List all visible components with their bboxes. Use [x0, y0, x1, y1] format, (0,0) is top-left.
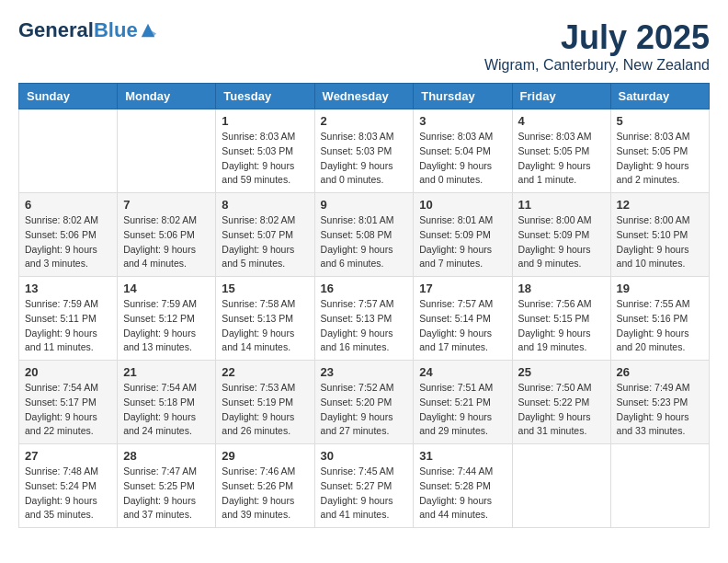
day-info: Sunrise: 8:00 AMSunset: 5:09 PMDaylight:…: [518, 213, 605, 271]
sunrise-text: Sunrise: 8:02 AM: [222, 214, 295, 225]
sunrise-text: Sunrise: 7:53 AM: [222, 382, 295, 393]
daylight-text: and 7 minutes.: [419, 258, 483, 269]
day-info: Sunrise: 8:00 AMSunset: 5:10 PMDaylight:…: [617, 213, 703, 271]
sunrise-text: Sunrise: 7:54 AM: [123, 382, 197, 393]
daylight-text: and 27 minutes.: [321, 425, 390, 436]
daylight-text: Daylight: 9 hours: [25, 327, 97, 339]
weekday-header-saturday: Saturday: [610, 84, 709, 109]
day-info: Sunrise: 7:49 AMSunset: 5:23 PMDaylight:…: [617, 381, 703, 439]
calendar-cell: [512, 444, 610, 528]
sunset-text: Sunset: 5:10 PM: [617, 229, 688, 240]
daylight-text: Daylight: 9 hours: [419, 244, 492, 255]
sunrise-text: Sunrise: 8:02 AM: [25, 214, 98, 225]
day-info: Sunrise: 8:01 AMSunset: 5:09 PMDaylight:…: [419, 213, 506, 271]
calendar-cell: 5Sunrise: 8:03 AMSunset: 5:05 PMDaylight…: [610, 109, 709, 193]
daylight-text: and 22 minutes.: [25, 425, 94, 436]
calendar-cell: 31Sunrise: 7:44 AMSunset: 5:28 PMDayligh…: [414, 444, 512, 528]
calendar-cell: [19, 109, 118, 193]
daylight-text: Daylight: 9 hours: [222, 160, 294, 171]
day-number: 4: [518, 114, 605, 128]
calendar-cell: 2Sunrise: 8:03 AMSunset: 5:03 PMDaylight…: [314, 109, 414, 193]
sunrise-text: Sunrise: 7:47 AM: [123, 465, 197, 477]
sunrise-text: Sunrise: 7:57 AM: [321, 298, 394, 309]
daylight-text: and 59 minutes.: [222, 174, 290, 185]
sunset-text: Sunset: 5:24 PM: [25, 480, 97, 491]
sunrise-text: Sunrise: 7:50 AM: [518, 382, 592, 393]
calendar-cell: 16Sunrise: 7:57 AMSunset: 5:13 PMDayligh…: [314, 277, 414, 361]
daylight-text: and 4 minutes.: [123, 258, 187, 269]
daylight-text: Daylight: 9 hours: [518, 160, 591, 171]
day-info: Sunrise: 8:02 AMSunset: 5:06 PMDaylight:…: [123, 213, 210, 271]
calendar-cell: [610, 444, 709, 528]
calendar-table: SundayMondayTuesdayWednesdayThursdayFrid…: [18, 83, 710, 528]
day-number: 14: [123, 282, 210, 295]
calendar-cell: 11Sunrise: 8:00 AMSunset: 5:09 PMDayligh…: [512, 193, 610, 277]
daylight-text: and 20 minutes.: [617, 341, 686, 352]
daylight-text: and 33 minutes.: [617, 425, 686, 436]
day-number: 25: [518, 365, 605, 379]
daylight-text: and 26 minutes.: [222, 425, 290, 436]
day-number: 21: [123, 365, 210, 379]
day-info: Sunrise: 7:54 AMSunset: 5:17 PMDaylight:…: [25, 381, 111, 439]
daylight-text: and 35 minutes.: [25, 509, 94, 520]
title-block: July 2025 Wigram, Canterbury, New Zealan…: [484, 18, 710, 74]
daylight-text: Daylight: 9 hours: [617, 244, 689, 255]
daylight-text: and 6 minutes.: [321, 258, 384, 269]
day-info: Sunrise: 7:53 AMSunset: 5:19 PMDaylight:…: [222, 381, 308, 439]
sunset-text: Sunset: 5:08 PM: [321, 229, 392, 240]
calendar-cell: 9Sunrise: 8:01 AMSunset: 5:08 PMDaylight…: [314, 193, 414, 277]
day-number: 24: [419, 365, 506, 379]
day-info: Sunrise: 8:03 AMSunset: 5:03 PMDaylight:…: [321, 130, 408, 188]
sunset-text: Sunset: 5:15 PM: [518, 313, 590, 324]
calendar-cell: [118, 109, 216, 193]
daylight-text: Daylight: 9 hours: [321, 327, 393, 339]
daylight-text: Daylight: 9 hours: [419, 327, 492, 339]
day-number: 18: [518, 282, 605, 295]
day-info: Sunrise: 7:52 AMSunset: 5:20 PMDaylight:…: [321, 381, 408, 439]
daylight-text: Daylight: 9 hours: [321, 160, 393, 171]
sunrise-text: Sunrise: 7:56 AM: [518, 298, 592, 309]
day-number: 28: [123, 449, 210, 463]
sunset-text: Sunset: 5:03 PM: [222, 145, 293, 156]
sunrise-text: Sunrise: 7:59 AM: [123, 298, 197, 309]
sunset-text: Sunset: 5:20 PM: [321, 396, 392, 408]
calendar-cell: 20Sunrise: 7:54 AMSunset: 5:17 PMDayligh…: [19, 361, 118, 444]
day-number: 11: [518, 198, 605, 212]
sunset-text: Sunset: 5:21 PM: [419, 396, 491, 408]
day-info: Sunrise: 7:50 AMSunset: 5:22 PMDaylight:…: [518, 381, 605, 439]
daylight-text: Daylight: 9 hours: [518, 244, 591, 255]
daylight-text: Daylight: 9 hours: [222, 495, 294, 506]
daylight-text: Daylight: 9 hours: [222, 411, 294, 422]
daylight-text: and 0 minutes.: [321, 174, 384, 185]
day-number: 2: [321, 114, 408, 128]
day-number: 6: [25, 198, 111, 212]
calendar-cell: 1Sunrise: 8:03 AMSunset: 5:03 PMDaylight…: [216, 109, 314, 193]
calendar-cell: 8Sunrise: 8:02 AMSunset: 5:07 PMDaylight…: [216, 193, 314, 277]
calendar-cell: 3Sunrise: 8:03 AMSunset: 5:04 PMDaylight…: [414, 109, 512, 193]
daylight-text: Daylight: 9 hours: [25, 411, 97, 422]
daylight-text: Daylight: 9 hours: [617, 411, 689, 422]
daylight-text: and 41 minutes.: [321, 509, 390, 520]
calendar-cell: 15Sunrise: 7:58 AMSunset: 5:13 PMDayligh…: [216, 277, 314, 361]
day-info: Sunrise: 7:56 AMSunset: 5:15 PMDaylight:…: [518, 297, 605, 355]
calendar-cell: 13Sunrise: 7:59 AMSunset: 5:11 PMDayligh…: [19, 277, 118, 361]
daylight-text: and 39 minutes.: [222, 509, 290, 520]
sunrise-text: Sunrise: 7:58 AM: [222, 298, 295, 309]
calendar-cell: 17Sunrise: 7:57 AMSunset: 5:14 PMDayligh…: [414, 277, 512, 361]
day-number: 8: [222, 198, 308, 212]
sunrise-text: Sunrise: 8:03 AM: [321, 131, 394, 142]
sunset-text: Sunset: 5:11 PM: [25, 313, 97, 324]
daylight-text: Daylight: 9 hours: [222, 327, 294, 339]
day-number: 19: [617, 282, 703, 295]
calendar-week-row: 6Sunrise: 8:02 AMSunset: 5:06 PMDaylight…: [19, 193, 710, 277]
calendar-cell: 14Sunrise: 7:59 AMSunset: 5:12 PMDayligh…: [118, 277, 216, 361]
sunset-text: Sunset: 5:14 PM: [419, 313, 491, 324]
logo: GeneralBlue: [18, 18, 156, 42]
calendar-cell: 26Sunrise: 7:49 AMSunset: 5:23 PMDayligh…: [610, 361, 709, 444]
sunrise-text: Sunrise: 7:45 AM: [321, 465, 394, 477]
daylight-text: Daylight: 9 hours: [518, 327, 591, 339]
day-number: 13: [25, 282, 111, 295]
day-info: Sunrise: 7:47 AMSunset: 5:25 PMDaylight:…: [123, 465, 210, 523]
day-info: Sunrise: 7:58 AMSunset: 5:13 PMDaylight:…: [222, 297, 308, 355]
daylight-text: Daylight: 9 hours: [518, 411, 591, 422]
